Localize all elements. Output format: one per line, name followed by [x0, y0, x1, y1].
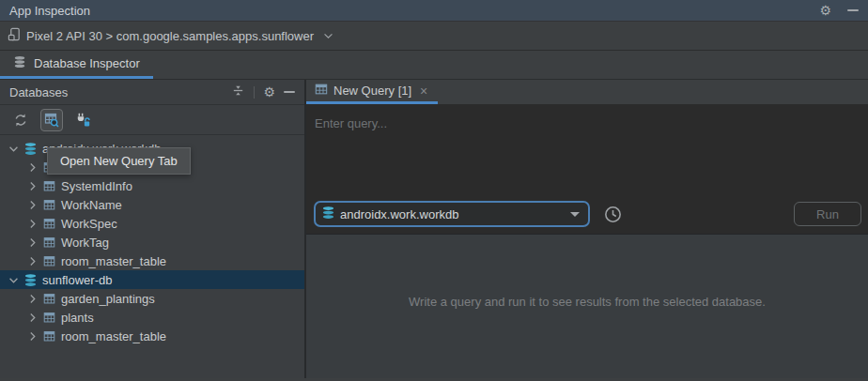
- query-history-button[interactable]: [602, 204, 623, 224]
- twisty-icon[interactable]: [24, 253, 39, 268]
- results-area: Write a query and run it to see results …: [306, 235, 868, 378]
- database-icon: [23, 273, 38, 287]
- tree-item-label: WorkName: [61, 198, 122, 212]
- query-editor[interactable]: Enter query...: [306, 104, 868, 194]
- query-editor-placeholder: Enter query...: [315, 116, 387, 130]
- tree-item-label: room_master_table: [61, 254, 166, 268]
- table-icon: [315, 83, 328, 99]
- tree-item-label: WorkSpec: [61, 217, 117, 231]
- tree-item-SystemIdInfo[interactable]: SystemIdInfo: [0, 176, 304, 195]
- databases-panel: Databases ⚙: [0, 80, 306, 378]
- tree-item-room_master_table[interactable]: room_master_table: [0, 251, 304, 270]
- database-icon: [321, 206, 335, 222]
- twisty-icon[interactable]: [24, 197, 39, 212]
- tooltip: Open New Query Tab: [47, 147, 191, 175]
- query-tab-label: New Query [1]: [333, 84, 411, 98]
- table-icon: [42, 292, 56, 306]
- tree-item-WorkSpec[interactable]: WorkSpec: [0, 214, 304, 233]
- databases-panel-header: Databases ⚙: [0, 80, 304, 105]
- twisty-icon[interactable]: [24, 216, 39, 231]
- query-controls: androidx.work.workdb Run: [306, 194, 868, 234]
- tab-new-query-1[interactable]: New Query [1] ×: [306, 80, 438, 104]
- tree-item-label: plants: [61, 311, 94, 325]
- twisty-icon[interactable]: [6, 141, 21, 156]
- dropdown-arrow-icon: [570, 212, 580, 217]
- tree-item-label: room_master_table: [61, 329, 166, 343]
- empty-results-message: Write a query and run it to see results …: [409, 295, 766, 309]
- table-icon: [42, 236, 56, 250]
- database-icon: [23, 142, 38, 156]
- collapse-all-icon[interactable]: [231, 84, 245, 100]
- twisty-icon[interactable]: [24, 310, 39, 325]
- tree-item-garden_plantings[interactable]: garden_plantings: [0, 289, 304, 308]
- table-icon: [42, 179, 56, 193]
- settings-gear-icon[interactable]: ⚙: [819, 4, 831, 17]
- tree-item-WorkTag[interactable]: WorkTag: [0, 233, 304, 251]
- selected-database-value: androidx.work.workdb: [340, 207, 570, 221]
- hide-panel-button[interactable]: [847, 0, 859, 21]
- inspector-tabbar: Database Inspector: [0, 51, 868, 80]
- tooltip-text: Open New Query Tab: [60, 154, 178, 168]
- refresh-button[interactable]: [9, 109, 32, 131]
- tree-item-label: sunflower-db: [42, 273, 112, 287]
- hide-databases-button[interactable]: [284, 91, 295, 93]
- open-new-query-tab-button[interactable]: [40, 109, 63, 131]
- panel-gear-icon[interactable]: ⚙: [263, 85, 275, 99]
- tree-item-sunflower-db[interactable]: sunflower-db: [0, 270, 304, 289]
- query-tabbar: New Query [1] ×: [306, 80, 868, 104]
- device-icon: [8, 27, 22, 44]
- run-button[interactable]: Run: [794, 202, 861, 226]
- toolbar-separator: [254, 86, 255, 99]
- twisty-icon[interactable]: [24, 328, 39, 343]
- chevron-down-icon: [323, 33, 333, 39]
- tree-item-label: SystemIdInfo: [61, 179, 132, 193]
- table-icon: [42, 198, 56, 212]
- tree-item-WorkName[interactable]: WorkName: [0, 195, 304, 214]
- tree-item-room_master_table[interactable]: room_master_table: [0, 327, 304, 345]
- database-icon: [13, 55, 26, 71]
- twisty-icon[interactable]: [6, 272, 21, 287]
- table-icon: [42, 254, 56, 268]
- window-title: App Inspection: [9, 4, 90, 18]
- tab-label: Database Inspector: [34, 56, 140, 70]
- twisty-icon[interactable]: [24, 291, 39, 306]
- titlebar: App Inspection ⚙: [0, 0, 868, 22]
- close-tab-icon[interactable]: ×: [420, 84, 427, 98]
- minimize-icon: [847, 9, 859, 11]
- query-panel: New Query [1] × Enter query... androidx.…: [306, 80, 868, 378]
- device-process-label: Pixel 2 API 30 > com.google.samples.apps…: [26, 29, 314, 43]
- device-process-selector[interactable]: Pixel 2 API 30 > com.google.samples.apps…: [0, 22, 868, 51]
- tree-item-label: garden_plantings: [61, 292, 155, 306]
- databases-panel-title: Databases: [9, 85, 68, 99]
- app-inspection-window: App Inspection ⚙ Pixel 2 API 30 > com.go…: [0, 0, 868, 381]
- twisty-icon[interactable]: [24, 160, 39, 175]
- table-icon: [42, 329, 56, 343]
- twisty-icon[interactable]: [24, 235, 39, 250]
- databases-toolbar: [0, 105, 304, 135]
- minimize-icon: [284, 91, 295, 93]
- keep-connections-open-icon[interactable]: [71, 109, 94, 131]
- database-combobox[interactable]: androidx.work.workdb: [314, 201, 590, 227]
- tree-item-plants[interactable]: plants: [0, 308, 304, 327]
- table-icon: [42, 217, 56, 231]
- twisty-icon[interactable]: [24, 178, 39, 193]
- tree-item-label: WorkTag: [61, 236, 109, 250]
- tab-database-inspector[interactable]: Database Inspector: [0, 51, 153, 79]
- table-icon: [42, 311, 56, 325]
